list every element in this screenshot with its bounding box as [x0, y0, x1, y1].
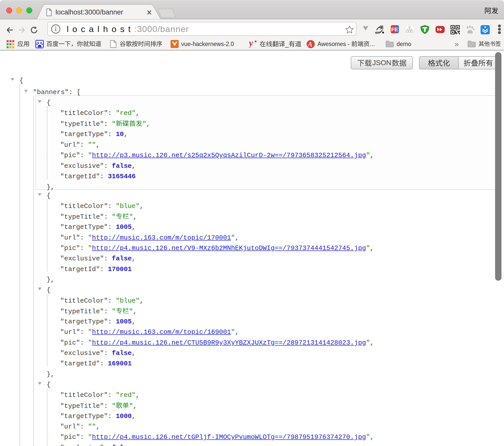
svg-text:A: A: [307, 40, 312, 48]
svg-text:y: y: [249, 39, 253, 48]
svg-text:en: en: [375, 30, 380, 35]
svg-text:FE: FE: [391, 26, 398, 32]
